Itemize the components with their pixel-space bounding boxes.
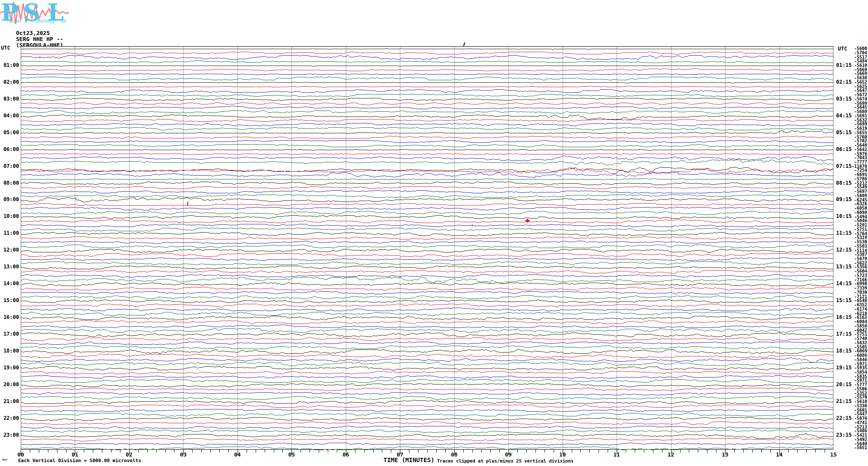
clip-note: Traces clipped at plus/minus 25 vertical… — [437, 458, 573, 463]
logo-word-atras: atras — [9, 18, 22, 24]
logo-word-ab: ab — [60, 18, 67, 24]
hour-label-left: 14:00 — [0, 281, 19, 287]
header-station: SERG HHE HP -- — [16, 36, 63, 42]
x-tick-label: 15 — [827, 452, 840, 457]
x-tick-label: 05 — [285, 452, 298, 457]
x-tick-label: 12 — [664, 452, 678, 457]
x-tick-label: 11 — [610, 452, 624, 457]
hour-label-left: 20:00 — [0, 382, 19, 387]
x-tick-label: 09 — [501, 452, 515, 457]
x-tick-label: 13 — [718, 452, 732, 457]
hour-label-left: 02:00 — [0, 79, 19, 85]
hour-label-left: 09:00 — [0, 197, 19, 202]
hour-label-left: 04:00 — [0, 113, 19, 119]
x-tick-label: 10 — [556, 452, 570, 457]
trace-offset-value: -5651 — [842, 446, 867, 450]
x-tick-label: 14 — [773, 452, 786, 457]
x-tick-label: 02 — [122, 452, 136, 457]
hour-label-left: 13:00 — [0, 264, 19, 270]
x-axis-title: TIME (MINUTES) — [383, 457, 434, 463]
footer-glyph — [2, 458, 8, 462]
psl-logo: P S L atras eismology ab — [0, 0, 69, 26]
hour-label-left: 22:00 — [0, 416, 19, 421]
webicorder-screen: P S L atras eismology ab Oct23,2025 SERG… — [0, 0, 868, 466]
hour-label-left: 21:00 — [0, 399, 19, 404]
stray-mark — [463, 42, 466, 46]
hour-label-left: 03:00 — [0, 96, 19, 102]
hour-label-left: 23:00 — [0, 432, 19, 438]
x-tick-label: 06 — [339, 452, 353, 457]
hour-label-left: 05:00 — [0, 130, 19, 135]
hour-label-left: 16:00 — [0, 315, 19, 320]
hour-label-left: 01:00 — [0, 63, 19, 68]
hour-label-left: 11:00 — [0, 230, 19, 236]
hour-label-left: 18:00 — [0, 348, 19, 354]
hour-label-left: 17:00 — [0, 331, 19, 337]
hour-label-left: 10:00 — [0, 214, 19, 219]
utc-label-left: UTC — [1, 45, 10, 51]
hour-label-left: 08:00 — [0, 180, 19, 186]
hour-label-left: 07:00 — [0, 164, 19, 169]
x-tick-label: 00 — [14, 452, 28, 457]
hour-label-left: 06:00 — [0, 147, 19, 152]
hour-label-left: 15:00 — [0, 298, 19, 303]
x-tick-label: 03 — [176, 452, 190, 457]
helicorder-canvas — [21, 46, 833, 456]
hour-label-left: 12:00 — [0, 247, 19, 253]
x-tick-label: 01 — [68, 452, 82, 457]
hour-label-left: 19:00 — [0, 365, 19, 371]
scale-note: Each Vertical Division = 5000.00 microvo… — [18, 458, 141, 463]
logo-word-eismology: eismology — [31, 18, 55, 24]
x-tick-label: 08 — [447, 452, 461, 457]
x-tick-label: 04 — [231, 452, 244, 457]
header-date: Oct23,2025 — [16, 30, 50, 36]
